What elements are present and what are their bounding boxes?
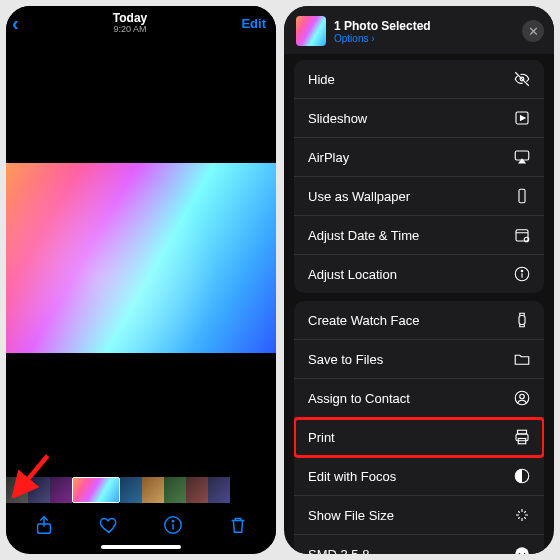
action-print[interactable]: Print: [294, 418, 544, 457]
close-button[interactable]: ✕: [522, 20, 544, 42]
action-label: Create Watch Face: [308, 313, 420, 328]
photos-viewer: ‹ Today 9:20 AM Edit: [6, 6, 276, 554]
svg-rect-7: [516, 230, 528, 241]
action-hide[interactable]: Hide: [294, 60, 544, 99]
thumbnail[interactable]: [186, 477, 208, 503]
time-label: 9:20 AM: [113, 25, 147, 35]
home-indicator: [101, 545, 181, 549]
folder-icon: [512, 349, 532, 369]
action-slideshow[interactable]: Slideshow: [294, 99, 544, 138]
person-icon: [512, 388, 532, 408]
svg-point-18: [515, 547, 529, 554]
info-icon[interactable]: [161, 513, 185, 537]
action-smd-3-5-8[interactable]: SMD 3.5.8: [294, 535, 544, 554]
thumbnail[interactable]: [28, 477, 50, 503]
action-label: Assign to Contact: [308, 391, 410, 406]
thumbnail[interactable]: [6, 477, 28, 503]
svg-point-13: [520, 394, 525, 399]
svg-rect-6: [519, 189, 525, 203]
preview-thumbnail: [296, 16, 326, 46]
action-label: Adjust Date & Time: [308, 228, 419, 243]
thumbnail-strip[interactable]: [6, 477, 276, 503]
edit-button[interactable]: Edit: [241, 16, 266, 31]
share-sheet: 1 Photo Selected Options › ✕ HideSlidesh…: [284, 6, 554, 554]
thumbnail[interactable]: [50, 477, 72, 503]
watch-icon: [512, 310, 532, 330]
action-save-to-files[interactable]: Save to Files: [294, 340, 544, 379]
selected-count-label: 1 Photo Selected: [334, 19, 431, 33]
thumbnail[interactable]: [120, 477, 142, 503]
thumbnail[interactable]: [164, 477, 186, 503]
action-label: Save to Files: [308, 352, 383, 367]
svg-point-2: [173, 521, 174, 522]
chevron-down-circle-icon: [512, 544, 532, 554]
thumbnail[interactable]: [208, 477, 230, 503]
play-sq-icon: [512, 108, 532, 128]
action-label: Hide: [308, 72, 335, 87]
svg-point-10: [521, 270, 523, 272]
bottom-toolbar: [6, 503, 276, 545]
action-label: Use as Wallpaper: [308, 189, 410, 204]
action-create-watch-face[interactable]: Create Watch Face: [294, 301, 544, 340]
action-show-file-size[interactable]: Show File Size: [294, 496, 544, 535]
eye-off-icon: [512, 69, 532, 89]
sheet-header: 1 Photo Selected Options › ✕: [284, 6, 554, 54]
photo-area[interactable]: [6, 39, 276, 477]
action-label: Show File Size: [308, 508, 394, 523]
heart-icon[interactable]: [97, 513, 121, 537]
action-label: Slideshow: [308, 111, 367, 126]
action-label: Print: [308, 430, 335, 445]
action-assign-to-contact[interactable]: Assign to Contact: [294, 379, 544, 418]
info-icon: [512, 264, 532, 284]
action-label: AirPlay: [308, 150, 349, 165]
calendar-icon: [512, 225, 532, 245]
action-label: Adjust Location: [308, 267, 397, 282]
action-adjust-date-time[interactable]: Adjust Date & Time: [294, 216, 544, 255]
back-button[interactable]: ‹: [12, 12, 19, 35]
phone-icon: [512, 186, 532, 206]
thumbnail[interactable]: [142, 477, 164, 503]
action-label: Edit with Focos: [308, 469, 396, 484]
action-list[interactable]: HideSlideshowAirPlayUse as WallpaperAdju…: [284, 54, 554, 554]
action-airplay[interactable]: AirPlay: [294, 138, 544, 177]
share-icon[interactable]: [32, 513, 56, 537]
action-edit-with-focos[interactable]: Edit with Focos: [294, 457, 544, 496]
options-button[interactable]: Options ›: [334, 33, 431, 44]
thumbnail[interactable]: [72, 477, 120, 503]
svg-rect-11: [519, 316, 525, 325]
action-use-as-wallpaper[interactable]: Use as Wallpaper: [294, 177, 544, 216]
action-label: SMD 3.5.8: [308, 547, 369, 555]
nav-title: Today 9:20 AM: [113, 12, 147, 35]
photo-gradient: [6, 163, 276, 353]
printer-icon: [512, 427, 532, 447]
nav-bar: ‹ Today 9:20 AM Edit: [6, 6, 276, 39]
airplay-icon: [512, 147, 532, 167]
moon-icon: [512, 466, 532, 486]
trash-icon[interactable]: [226, 513, 250, 537]
sparkle-icon: [512, 505, 532, 525]
action-adjust-location[interactable]: Adjust Location: [294, 255, 544, 293]
